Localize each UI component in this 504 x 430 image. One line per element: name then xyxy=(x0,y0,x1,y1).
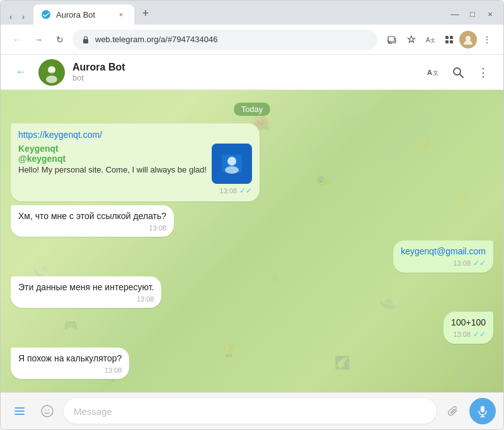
link-handle: @keygenqt xyxy=(18,154,207,164)
msg-ticks: ✓✓ xyxy=(239,186,252,195)
msg-meta: 13:08 ✓✓ xyxy=(18,186,252,195)
svg-point-43 xyxy=(45,409,46,410)
msg-link-url[interactable]: https://keygenqt.com/ xyxy=(18,130,252,140)
msg-meta: 13:08 ✓✓ xyxy=(451,330,486,339)
date-badge: Today xyxy=(234,103,271,116)
msg-text: keygenqt@gmail.com xyxy=(401,246,486,258)
svg-text:A: A xyxy=(426,37,430,43)
extension-icon-btn[interactable] xyxy=(440,31,458,48)
svg-point-38 xyxy=(225,166,239,174)
attachment-btn[interactable] xyxy=(442,400,464,422)
url-text: web.telegram.org/a/#7947434046 xyxy=(95,35,370,44)
chat-avatar xyxy=(38,59,65,86)
address-bar: ← → ↻ web.telegram.org/a/#7947434046 A 文 xyxy=(1,25,503,55)
chat-info: Aurora Bot bot xyxy=(72,62,415,82)
msg-time: 13:08 xyxy=(137,295,154,303)
svg-point-12 xyxy=(46,76,57,83)
link-preview-text: Keygenqt @keygenqt Hello! My personal si… xyxy=(18,144,207,174)
date-separator: Today xyxy=(11,103,493,116)
more-icon-btn[interactable]: ⋮ xyxy=(478,31,496,48)
svg-rect-40 xyxy=(14,410,25,412)
emoji-btn[interactable] xyxy=(36,400,59,422)
translate-header-btn[interactable]: A 文 xyxy=(423,62,443,82)
svg-rect-1 xyxy=(83,39,88,43)
maximize-btn[interactable]: □ xyxy=(464,6,481,22)
msg-meta: 13:08 xyxy=(18,224,166,232)
link-preview-image xyxy=(212,144,252,184)
msg-time: 13:08 xyxy=(105,366,122,374)
link-site-name: Keygenqt xyxy=(18,144,207,154)
msg-meta: 13:08 xyxy=(18,366,122,374)
close-btn[interactable]: × xyxy=(482,6,498,22)
star-icon-btn[interactable] xyxy=(403,31,420,48)
tab-close-btn[interactable]: × xyxy=(115,9,127,20)
msg-bubble: Хм, что мне с этой ссылкой делать? 13:08 xyxy=(11,205,174,237)
svg-point-42 xyxy=(42,405,53,417)
toolbar-icons: A 文 ⋮ xyxy=(384,31,496,48)
new-tab-btn[interactable]: + xyxy=(137,4,154,22)
security-icon xyxy=(80,34,91,45)
svg-point-9 xyxy=(466,36,471,41)
svg-rect-7 xyxy=(445,40,449,43)
messages-container: Today https://keygenqt.com/ Keygenqt @ke… xyxy=(1,90,503,388)
back-button[interactable]: ← xyxy=(11,62,31,82)
msg-bubble: 100+100 13:08 ✓✓ xyxy=(444,312,493,344)
svg-point-37 xyxy=(227,157,236,166)
msg-row: keygenqt@gmail.com 13:08 ✓✓ xyxy=(11,240,493,273)
svg-rect-6 xyxy=(450,36,453,39)
msg-row: Я похож на калькулятор? 13:08 xyxy=(11,348,493,379)
link-description: Hello! My personal site. Come, I will al… xyxy=(18,165,207,174)
translate-icon-btn[interactable]: A 文 xyxy=(421,31,439,48)
msg-time: 13:08 xyxy=(453,331,471,338)
chat-header: ← Aurora Bot bot A xyxy=(1,55,503,90)
msg-bubble-link-preview: https://keygenqt.com/ Keygenqt @keygenqt… xyxy=(11,123,260,201)
msg-ticks: ✓✓ xyxy=(473,259,486,268)
menu-icon-btn[interactable] xyxy=(8,400,31,422)
msg-row: https://keygenqt.com/ Keygenqt @keygenqt… xyxy=(11,123,493,201)
msg-meta: 13:08 ✓✓ xyxy=(401,259,486,268)
msg-bubble: Эти данные меня не интересуют. 13:08 xyxy=(11,276,161,308)
telegram-app: ← Aurora Bot bot A xyxy=(1,55,503,429)
msg-time: 13:08 xyxy=(149,224,167,232)
cast-icon-btn[interactable] xyxy=(384,31,401,48)
svg-line-16 xyxy=(460,74,463,77)
msg-time: 13:08 xyxy=(453,259,471,267)
more-header-btn[interactable]: ⋮ xyxy=(473,62,493,82)
msg-meta: 13:08 xyxy=(18,295,154,303)
mic-btn[interactable] xyxy=(469,398,496,424)
search-header-btn[interactable] xyxy=(448,62,468,82)
minimize-btn[interactable]: — xyxy=(447,6,463,22)
msg-row: Эти данные меня не интересуют. 13:08 xyxy=(11,276,493,308)
url-bar[interactable]: web.telegram.org/a/#7947434046 xyxy=(72,30,377,50)
msg-text: Хм, что мне с этой ссылкой делать? xyxy=(18,210,166,223)
chat-area[interactable]: 🚀 ⭐ 🔔 📡 🌙 ⚡ 🎈 🎮 🛸 ⭐ 🌟 🌺 🎭 🏆 ✨ 🔭 xyxy=(1,90,503,392)
msg-bubble: keygenqt@gmail.com 13:08 ✓✓ xyxy=(393,240,493,273)
user-avatar-btn[interactable] xyxy=(459,31,477,48)
tab-favicon xyxy=(41,9,51,20)
back-nav-btn[interactable]: ← xyxy=(8,31,26,48)
reload-btn[interactable]: ↻ xyxy=(51,31,69,48)
active-tab[interactable]: Aurora Bot × xyxy=(33,4,134,25)
tab-title: Aurora Bot xyxy=(56,10,110,20)
forward-nav-btn[interactable]: → xyxy=(30,31,47,48)
svg-rect-45 xyxy=(481,406,484,412)
chat-status: bot xyxy=(72,73,415,82)
header-actions: A 文 ⋮ xyxy=(423,62,493,82)
msg-text: Эти данные меня не интересуют. xyxy=(18,281,154,294)
message-input[interactable] xyxy=(64,399,437,424)
svg-rect-41 xyxy=(14,414,25,415)
input-area xyxy=(1,392,503,429)
msg-bubble: Я похож на калькулятор? 13:08 xyxy=(11,348,129,379)
msg-row: 100+100 13:08 ✓✓ xyxy=(11,312,493,344)
tab-left-controls: ‹ › xyxy=(6,12,28,25)
svg-rect-8 xyxy=(450,40,453,43)
msg-text: Я похож на калькулятор? xyxy=(18,353,122,365)
svg-rect-2 xyxy=(388,37,394,42)
svg-point-15 xyxy=(454,68,461,75)
link-preview-content: Keygenqt @keygenqt Hello! My personal si… xyxy=(18,144,252,184)
msg-ticks: ✓✓ xyxy=(473,330,486,339)
tab-back-btn[interactable]: ‹ xyxy=(6,12,16,22)
svg-rect-5 xyxy=(445,36,449,39)
chat-name: Aurora Bot xyxy=(72,62,415,73)
tab-forward-btn[interactable]: › xyxy=(18,12,28,22)
